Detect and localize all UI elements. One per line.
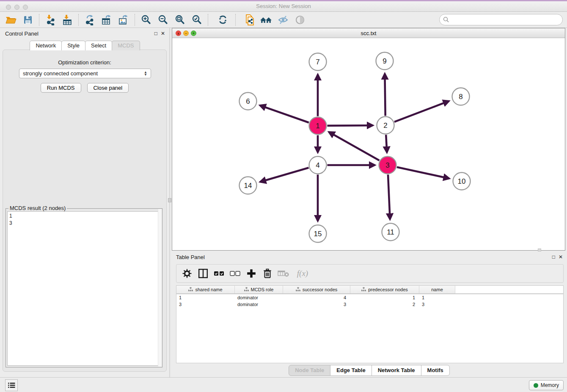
search-field[interactable] xyxy=(439,14,563,25)
node-3[interactable]: 3 xyxy=(379,157,396,174)
table-row[interactable]: 1dominator411 xyxy=(176,294,563,301)
node-label: 7 xyxy=(316,58,319,66)
close-panel-icon[interactable]: ✕ xyxy=(161,30,165,36)
zoom-selected-icon[interactable] xyxy=(188,13,205,27)
node-label: 9 xyxy=(383,57,386,65)
node-8[interactable]: 8 xyxy=(452,88,470,105)
network-resize-handle[interactable] xyxy=(538,248,541,251)
search-input[interactable] xyxy=(449,16,562,24)
node-11[interactable]: 11 xyxy=(382,224,399,241)
open-session-icon[interactable] xyxy=(3,13,19,27)
edge-4-14[interactable] xyxy=(260,168,308,182)
close-panel-button[interactable]: Close panel xyxy=(87,83,129,93)
edge-2-3[interactable] xyxy=(386,135,387,152)
export-table-icon[interactable] xyxy=(98,13,115,27)
column-header-predecessor-nodes[interactable]: predecessor nodes xyxy=(350,286,419,293)
cell-predecessor-nodes[interactable]: 1 xyxy=(350,294,419,301)
duplicate-network-icon[interactable] xyxy=(241,13,258,27)
cell-successor-nodes[interactable]: 4 xyxy=(283,294,350,301)
node-7[interactable]: 7 xyxy=(309,53,327,71)
first-neighbors-icon[interactable] xyxy=(258,13,275,27)
tab-network[interactable]: Network xyxy=(30,41,62,50)
tab-motifs[interactable]: Motifs xyxy=(421,365,450,376)
cell-MCDS-role[interactable]: dominator xyxy=(235,294,283,301)
add-column-icon[interactable] xyxy=(245,267,258,280)
mcds-result-text[interactable]: 1 3 xyxy=(7,211,161,366)
node-6[interactable]: 6 xyxy=(239,93,257,110)
edge-2-8[interactable] xyxy=(394,101,449,122)
cell-shared-name[interactable]: 3 xyxy=(176,301,235,308)
task-history-button[interactable] xyxy=(5,379,18,391)
table-options-icon[interactable] xyxy=(181,267,193,280)
column-header-successor-nodes[interactable]: successor nodes xyxy=(283,286,350,293)
toolbar-separator xyxy=(235,14,236,26)
network-view-window[interactable]: x − + scc.txt 7968124314101511 xyxy=(172,28,565,251)
unselect-all-icon[interactable] xyxy=(229,267,242,280)
tab-network-table[interactable]: Network Table xyxy=(372,365,421,376)
column-header-MCDS-role[interactable]: MCDS role xyxy=(235,286,283,293)
edge-3-10[interactable] xyxy=(397,167,449,179)
edge-2-9[interactable] xyxy=(385,74,385,116)
network-window-titlebar[interactable]: x − + scc.txt xyxy=(172,28,565,38)
node-label: 10 xyxy=(458,177,466,185)
table-panel: Table Panel □ ✕ f(x) shared xyxy=(171,251,567,377)
node-14[interactable]: 14 xyxy=(239,177,257,194)
table-tabs: Node Table Edge Table Network Table Moti… xyxy=(171,365,567,376)
zoom-out-icon[interactable] xyxy=(154,13,171,27)
zoom-fit-icon[interactable] xyxy=(171,13,188,27)
node-4[interactable]: 4 xyxy=(309,157,327,174)
show-column-icon[interactable] xyxy=(197,267,209,280)
toolbar-separator xyxy=(135,14,135,26)
edge-1-6[interactable] xyxy=(260,105,309,122)
column-label: shared name xyxy=(195,287,222,292)
table-row[interactable]: 3dominator323 xyxy=(176,301,563,308)
show-all-icon[interactable] xyxy=(292,13,308,27)
close-table-panel-icon[interactable]: ✕ xyxy=(559,254,563,260)
cell-name[interactable]: 1 xyxy=(419,294,455,301)
memory-status-icon xyxy=(534,383,538,388)
node-15[interactable]: 15 xyxy=(309,225,327,243)
zoom-in-icon[interactable] xyxy=(138,13,154,27)
node-1[interactable]: 1 xyxy=(309,117,327,135)
hide-selected-icon[interactable] xyxy=(275,13,292,27)
node-2[interactable]: 2 xyxy=(377,117,394,134)
criterion-select[interactable]: strongly connected component ▲▼ xyxy=(19,69,151,78)
cell-successor-nodes[interactable]: 3 xyxy=(283,301,350,308)
apply-layout-icon[interactable] xyxy=(214,13,231,27)
cell-name[interactable]: 3 xyxy=(419,301,455,308)
tab-node-table[interactable]: Node Table xyxy=(289,365,330,376)
cell-filler xyxy=(455,294,563,301)
search-icon xyxy=(443,17,449,23)
float-table-panel-icon[interactable]: □ xyxy=(552,254,555,260)
panel-divider-handle[interactable] xyxy=(168,198,171,202)
result-scrollbar[interactable] xyxy=(158,209,162,367)
network-graph[interactable]: 7968124314101511 xyxy=(172,38,565,250)
tab-mcds[interactable]: MCDS xyxy=(112,41,140,50)
cell-MCDS-role[interactable]: dominator xyxy=(235,301,283,308)
edge-1-2[interactable] xyxy=(327,125,372,126)
delete-column-icon[interactable] xyxy=(261,267,274,280)
tab-edge-table[interactable]: Edge Table xyxy=(330,365,372,376)
float-panel-icon[interactable]: □ xyxy=(154,30,157,36)
run-mcds-button[interactable]: Run MCDS xyxy=(41,83,81,93)
edge-3-1[interactable] xyxy=(329,132,380,160)
select-all-icon[interactable] xyxy=(213,267,226,280)
tab-select[interactable]: Select xyxy=(85,41,112,50)
save-session-icon[interactable] xyxy=(19,13,36,27)
import-table-icon[interactable] xyxy=(59,13,76,27)
memory-button[interactable]: Memory xyxy=(529,380,564,390)
node-table[interactable]: shared nameMCDS rolesuccessor nodesprede… xyxy=(176,285,564,363)
network-canvas[interactable]: 7968124314101511 xyxy=(172,38,565,250)
node-10[interactable]: 10 xyxy=(453,173,471,190)
edge-3-11[interactable] xyxy=(388,174,390,219)
export-image-icon[interactable] xyxy=(115,13,132,27)
cell-predecessor-nodes[interactable]: 2 xyxy=(350,301,419,308)
node-9[interactable]: 9 xyxy=(376,52,394,70)
import-network-icon[interactable] xyxy=(42,13,59,27)
node-label: 3 xyxy=(385,161,389,169)
column-header-name[interactable]: name xyxy=(419,286,455,293)
tab-style[interactable]: Style xyxy=(61,41,85,50)
cell-shared-name[interactable]: 1 xyxy=(176,294,235,301)
column-header-shared-name[interactable]: shared name xyxy=(176,286,235,293)
export-network-icon[interactable] xyxy=(81,13,98,27)
